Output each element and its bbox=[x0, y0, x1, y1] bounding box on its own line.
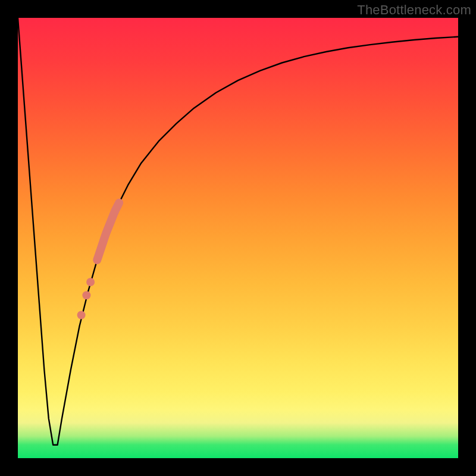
chart-svg bbox=[18, 18, 458, 458]
confidence-band bbox=[97, 203, 119, 260]
chart-frame: TheBottleneck.com bbox=[0, 0, 476, 476]
watermark-text: TheBottleneck.com bbox=[357, 2, 471, 18]
marker-dot bbox=[86, 278, 95, 286]
chart-plot-area bbox=[18, 18, 458, 458]
marker-dot bbox=[82, 291, 90, 299]
marker-dot bbox=[77, 311, 86, 320]
bottleneck-curve bbox=[18, 18, 458, 445]
marker-dots bbox=[77, 278, 95, 320]
